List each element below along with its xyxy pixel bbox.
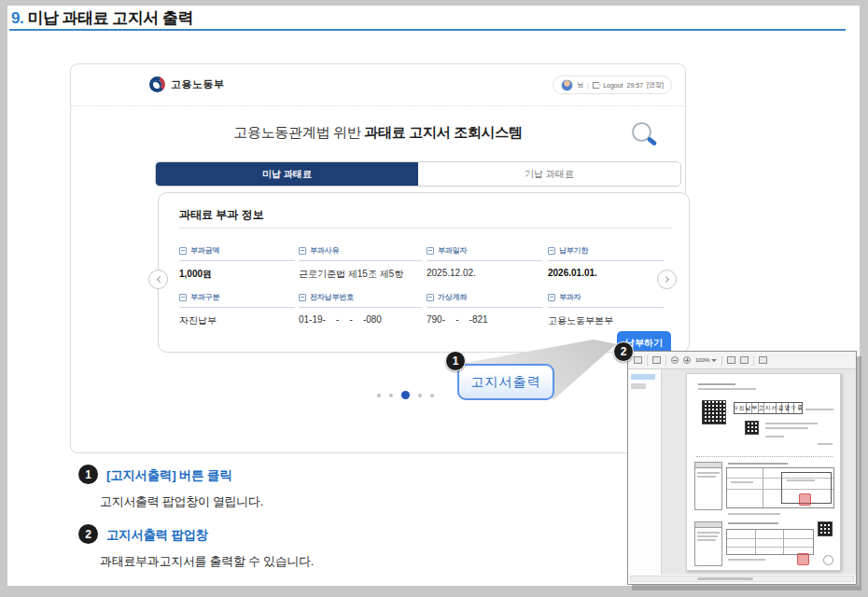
logout-button[interactable]: Logout bbox=[603, 82, 623, 89]
section-number: 9. bbox=[11, 9, 23, 27]
field-label: 부과일자 bbox=[438, 245, 467, 256]
field-imposer: 부과자 고용노동부본부 bbox=[548, 292, 664, 327]
tutorial-page: 9. 미납 과태료 고지서 출력 고용노동부 님 | Logout 29:57 … bbox=[0, 0, 868, 597]
doc-text-line bbox=[697, 476, 716, 478]
field-label: 전자납부번호 bbox=[310, 292, 354, 302]
page-nav-icon[interactable] bbox=[652, 356, 661, 364]
field-virtual-account: 가상계좌 790- - -821 bbox=[427, 292, 542, 325]
field-epayment-number: 전자납부번호 01-19- - - -080 bbox=[299, 292, 422, 325]
rotate-left-icon[interactable] bbox=[727, 356, 735, 364]
table-line bbox=[727, 538, 813, 539]
field-label: 부과구분 bbox=[190, 292, 219, 302]
calendar-icon bbox=[427, 247, 434, 255]
carousel-dot[interactable] bbox=[377, 394, 381, 397]
header-divider bbox=[71, 105, 685, 106]
doc-table bbox=[726, 467, 834, 508]
doc-divider bbox=[696, 456, 833, 457]
toolbar-separator bbox=[753, 355, 754, 366]
field-label: 납부기한 bbox=[559, 245, 588, 256]
toolbar-separator bbox=[647, 355, 648, 366]
doc-text-line bbox=[697, 532, 720, 534]
carousel-dots bbox=[377, 391, 434, 399]
moel-logo[interactable]: 고용노동부 bbox=[149, 76, 225, 92]
rotate-right-icon[interactable] bbox=[740, 356, 749, 364]
field-amount: 부과금액 1,000원 bbox=[179, 245, 295, 281]
chevron-left-icon bbox=[157, 276, 163, 283]
field-impose-date: 부과일자 2025.12.02. bbox=[427, 245, 542, 278]
field-value: 01-19- - - -080 bbox=[299, 314, 422, 325]
qr-code bbox=[818, 521, 833, 536]
doc-text-line bbox=[697, 472, 720, 474]
bookmark-item[interactable] bbox=[631, 383, 646, 389]
document-icon bbox=[299, 247, 306, 255]
calendar-check-icon bbox=[548, 247, 555, 255]
fit-page-icon[interactable] bbox=[759, 356, 767, 364]
doc-text-line bbox=[765, 436, 784, 437]
chevron-down-icon bbox=[711, 359, 717, 362]
money-icon bbox=[179, 247, 187, 255]
field-label: 부과금액 bbox=[190, 245, 219, 256]
logout-icon bbox=[593, 82, 599, 89]
penalty-tabs: 미납 과태료 기납 과태료 bbox=[155, 161, 681, 187]
table-line bbox=[727, 547, 813, 548]
penalty-info-panel: 과태료 부과 정보 부과금액 1,000원 부과사유 근로기준법 제15조 제5… bbox=[158, 192, 690, 353]
user-avatar bbox=[561, 79, 573, 91]
field-reason: 부과사유 근로기준법 제15조 제5항 bbox=[299, 245, 422, 281]
print-notice-button-callout[interactable]: 고지서출력 bbox=[457, 364, 554, 400]
doc-text-line bbox=[698, 388, 756, 390]
round-stamp bbox=[823, 555, 833, 565]
scrollbar-thumb[interactable] bbox=[697, 577, 753, 580]
field-value: 1,000원 bbox=[179, 268, 295, 281]
zoom-out-icon[interactable] bbox=[671, 356, 679, 364]
doc-text-line bbox=[728, 522, 778, 524]
doc-text-line bbox=[818, 443, 833, 445]
carousel-dot[interactable] bbox=[389, 394, 393, 397]
zoom-in-icon[interactable] bbox=[683, 356, 691, 364]
section-title-text: 미납 과태료 고지서 출력 bbox=[23, 9, 193, 27]
doc-text-line bbox=[697, 539, 716, 541]
carousel-prev-button[interactable] bbox=[148, 270, 168, 289]
doc-text-line bbox=[697, 535, 718, 537]
notice-document-page: 자진납부고지서겸영수증 bbox=[686, 373, 841, 571]
toolbar-separator bbox=[721, 355, 722, 366]
system-title-normal: 고용노동관계법 위반 bbox=[233, 124, 364, 140]
carousel-next-button[interactable] bbox=[657, 270, 677, 289]
annotation-2-badge: 2 bbox=[78, 524, 98, 544]
tab-paid-penalty[interactable]: 기납 과태료 bbox=[418, 162, 680, 186]
doc-table bbox=[726, 529, 814, 555]
doc-text-line bbox=[787, 479, 815, 481]
annotation-1-title: [고지서출력] 버튼 클릭 bbox=[106, 467, 231, 484]
pdf-toolbar: 100% bbox=[628, 352, 856, 369]
field-value: 자진납부 bbox=[179, 314, 295, 327]
doc-text-line bbox=[728, 513, 780, 515]
field-value: 근로기준법 제15조 제5항 bbox=[299, 268, 422, 281]
carousel-dot-active[interactable] bbox=[401, 391, 410, 399]
carousel-dot[interactable] bbox=[418, 394, 422, 397]
moel-logo-icon bbox=[149, 76, 165, 92]
separator: | bbox=[587, 82, 589, 89]
panel-title-divider bbox=[179, 228, 672, 229]
tab-unpaid-penalty[interactable]: 미납 과태료 bbox=[156, 162, 418, 186]
zoom-level-select[interactable]: 100% bbox=[695, 357, 717, 363]
annotation-2-title: 고지서출력 팝업창 bbox=[106, 527, 208, 544]
field-value: 고용노동부본부 bbox=[548, 314, 664, 327]
user-name-suffix: 님 bbox=[577, 80, 583, 90]
extend-session-button[interactable]: [연장] bbox=[647, 80, 664, 90]
search-icon bbox=[632, 122, 651, 142]
doc-note-block bbox=[694, 462, 722, 510]
doc-text-line bbox=[805, 409, 833, 410]
horizontal-scrollbar[interactable] bbox=[630, 576, 854, 582]
annotation-2-desc: 과태료부과고지서를 출력할 수 있습니다. bbox=[100, 553, 314, 570]
doc-text-line bbox=[765, 427, 808, 429]
title-underline bbox=[9, 29, 846, 31]
bank-icon bbox=[427, 294, 434, 301]
bookmark-item-selected[interactable] bbox=[631, 374, 655, 380]
table-line bbox=[755, 530, 756, 554]
printer-icon[interactable] bbox=[634, 356, 642, 364]
carousel-dot[interactable] bbox=[430, 394, 434, 397]
doc-text-line bbox=[731, 481, 753, 483]
field-label: 부과사유 bbox=[310, 245, 339, 256]
table-line bbox=[763, 468, 763, 507]
session-info: 님 | Logout 29:57 [연장] bbox=[553, 76, 672, 94]
org-icon bbox=[548, 294, 555, 301]
